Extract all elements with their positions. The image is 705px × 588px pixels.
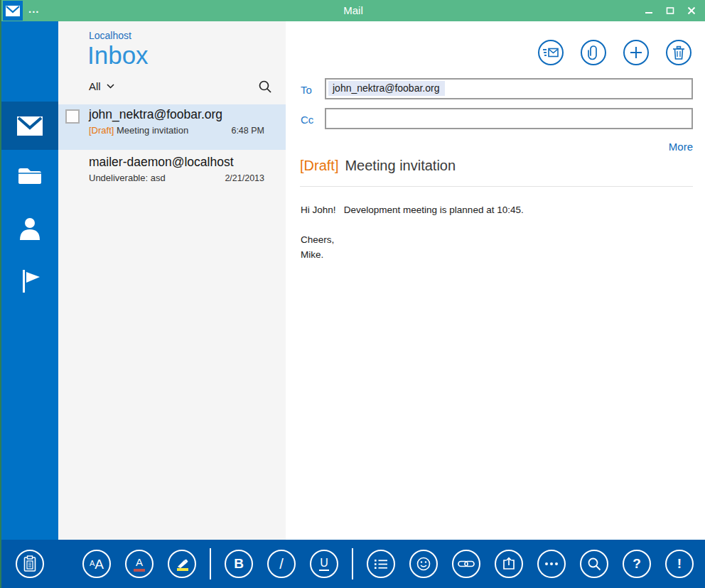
message-list-item[interactable]: mailer-daemon@localhost Undeliverable: a…	[58, 150, 286, 195]
minimize-button[interactable]	[638, 0, 660, 21]
bold-button[interactable]: B	[225, 550, 253, 578]
body-line: Cheers,	[301, 232, 692, 247]
exclamation-icon: !	[677, 556, 682, 572]
message-list-item[interactable]: john_nektra@foobar.org [Draft] Meeting i…	[58, 104, 286, 150]
message-subject-line: [Draft] Meeting invitation	[89, 125, 188, 136]
message-checkbox[interactable]	[65, 109, 80, 124]
filter-label: All	[89, 80, 101, 92]
find-button[interactable]	[580, 550, 608, 578]
nav-mail-button[interactable]	[1, 102, 58, 150]
paste-button[interactable]	[16, 550, 44, 578]
link-icon	[458, 560, 475, 568]
italic-icon: /	[279, 556, 284, 572]
minimize-icon	[645, 6, 653, 15]
cc-field[interactable]	[325, 108, 693, 129]
font-button[interactable]: AA	[82, 550, 111, 578]
share-button[interactable]	[495, 550, 523, 578]
delete-button[interactable]	[666, 40, 691, 65]
clipboard-icon	[23, 555, 37, 572]
toolbar-separator	[352, 548, 353, 579]
toolbar-separator	[210, 548, 211, 579]
send-icon	[543, 47, 559, 58]
paperclip-icon	[587, 45, 600, 60]
mail-app-icon	[6, 6, 20, 16]
mail-icon	[17, 116, 43, 136]
nav-flags-button[interactable]	[1, 257, 58, 305]
flag-icon	[18, 268, 41, 294]
more-commands-button[interactable]	[537, 550, 566, 578]
chevron-down-icon	[107, 84, 114, 89]
titlebar-overflow-button[interactable]: ...	[28, 0, 40, 21]
nav-rail	[1, 21, 58, 540]
bullet-list-icon	[375, 559, 387, 570]
list-button[interactable]	[367, 550, 395, 578]
message-subject-line: Undeliverable: asd	[89, 173, 166, 183]
folder-title: Inbox	[87, 41, 149, 70]
account-breadcrumb[interactable]: Localhost	[89, 30, 131, 41]
font-icon: AA	[90, 557, 104, 571]
body-line: Hi John! Development meeting is planned …	[301, 202, 692, 217]
bold-icon: B	[234, 556, 244, 572]
app-icon[interactable]	[3, 1, 23, 21]
message-time: 6:48 PM	[231, 126, 264, 136]
important-button[interactable]: !	[665, 550, 694, 578]
draft-badge: [Draft]	[89, 125, 114, 136]
question-icon: ?	[633, 556, 641, 572]
help-button[interactable]: ?	[623, 550, 651, 578]
mail-app-window: ... Mail	[0, 0, 705, 588]
close-icon	[687, 6, 696, 15]
nav-folders-button[interactable]	[1, 151, 58, 199]
highlighter-icon	[175, 559, 189, 569]
message-body[interactable]: Hi John! Development meeting is planned …	[301, 202, 692, 262]
highlight-color-bar	[177, 568, 188, 571]
underline-button[interactable]: U	[310, 550, 338, 578]
recipient-token[interactable]: john_nektra@foobar.org	[328, 81, 445, 96]
window-title: Mail	[1, 0, 705, 21]
message-sender: john_nektra@foobar.org	[89, 107, 222, 122]
subject-title: Meeting invitation	[345, 158, 456, 173]
plus-icon	[630, 46, 642, 59]
format-command-bar: AA A B / U	[1, 540, 705, 588]
body-line	[301, 217, 692, 232]
message-subject: Undeliverable: asd	[89, 173, 166, 183]
filter-dropdown[interactable]: All	[89, 80, 114, 92]
message-time: 2/21/2013	[225, 173, 264, 183]
underline-icon: U	[319, 557, 329, 571]
link-button[interactable]	[452, 550, 480, 578]
to-label: To	[301, 84, 312, 96]
folder-icon	[17, 165, 43, 185]
nav-people-button[interactable]	[1, 205, 58, 253]
smiley-icon	[416, 557, 431, 571]
message-sender: mailer-daemon@localhost	[89, 155, 234, 170]
search-icon	[258, 80, 272, 94]
maximize-button[interactable]	[660, 0, 681, 21]
titlebar: ... Mail	[1, 0, 705, 21]
divider	[300, 186, 693, 187]
font-color-icon: A	[134, 557, 145, 572]
cc-label: Cc	[301, 114, 313, 126]
send-button[interactable]	[538, 40, 564, 65]
search-icon	[587, 557, 601, 571]
message-list-pane: Localhost Inbox All john_nektra@foobar.o…	[58, 21, 286, 540]
emoji-button[interactable]	[409, 550, 438, 578]
highlight-button[interactable]	[168, 550, 196, 578]
more-fields-link[interactable]: More	[669, 141, 693, 153]
ellipsis-icon	[544, 562, 559, 566]
share-icon	[502, 557, 516, 571]
subject-line: [Draft]Meeting invitation	[300, 158, 456, 174]
body-line: Mike.	[301, 247, 692, 262]
to-field[interactable]: john_nektra@foobar.org	[325, 78, 693, 99]
draft-badge: [Draft]	[300, 158, 338, 173]
maximize-icon	[666, 6, 674, 15]
compose-pane: To john_nektra@foobar.org Cc More [Draft…	[286, 21, 705, 540]
people-icon	[18, 217, 42, 240]
add-button[interactable]	[623, 40, 649, 65]
attach-button[interactable]	[581, 40, 606, 65]
close-button[interactable]	[681, 0, 702, 21]
search-button[interactable]	[258, 80, 272, 94]
italic-button[interactable]: /	[267, 550, 296, 578]
trash-icon	[672, 45, 685, 60]
font-color-button[interactable]: A	[125, 550, 154, 578]
window-controls	[638, 0, 702, 21]
message-subject: Meeting invitation	[114, 125, 188, 136]
